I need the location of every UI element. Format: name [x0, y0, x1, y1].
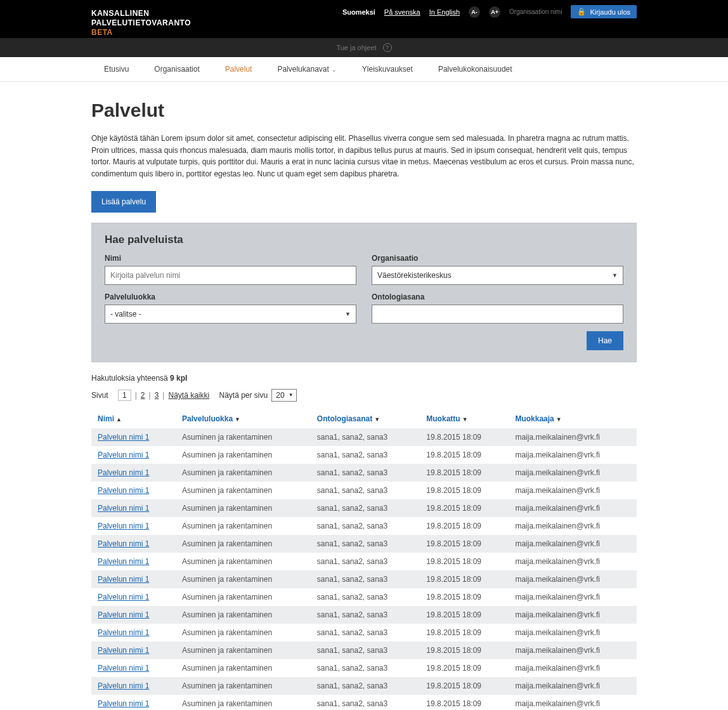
logout-label: Kirjaudu ulos — [590, 8, 630, 16]
cell-modified: 19.8.2015 18:09 — [420, 535, 509, 553]
cell-ontology: sana1, sana2, sana3 — [311, 588, 420, 606]
service-link[interactable]: Palvelun nimi 1 — [98, 610, 149, 619]
search-org-select[interactable]: Väestörekisterikeskus ▼ — [372, 266, 623, 285]
search-name-label: Nimi — [105, 254, 356, 263]
col-muokkaaja[interactable]: Muokkaaja▼ — [509, 409, 637, 428]
search-button[interactable]: Hae — [587, 331, 623, 350]
service-link[interactable]: Palvelun nimi 1 — [98, 504, 149, 513]
service-link[interactable]: Palvelun nimi 1 — [98, 450, 149, 459]
table-row: Palvelun nimi 1Asuminen ja rakentaminens… — [91, 517, 637, 535]
cell-class: Asuminen ja rakentaminen — [176, 428, 311, 446]
nav-organisaatiot[interactable]: Organisaatiot — [141, 57, 212, 81]
cell-editor: maija.meikalainen@vrk.fi — [509, 695, 637, 710]
cell-class: Asuminen ja rakentaminen — [176, 641, 311, 659]
lang-sv[interactable]: På svenska — [384, 8, 420, 16]
service-link[interactable]: Palvelun nimi 1 — [98, 575, 149, 584]
cell-ontology: sana1, sana2, sana3 — [311, 446, 420, 464]
service-link[interactable]: Palvelun nimi 1 — [98, 486, 149, 495]
cell-ontology: sana1, sana2, sana3 — [311, 606, 420, 624]
search-name-input[interactable] — [105, 266, 356, 285]
cell-editor: maija.meikalainen@vrk.fi — [509, 659, 637, 677]
cell-class: Asuminen ja rakentaminen — [176, 446, 311, 464]
lang-fi[interactable]: Suomeksi — [342, 8, 375, 16]
col-ontologiasanat[interactable]: Ontologiasanat▼ — [311, 409, 420, 428]
lang-en[interactable]: In English — [429, 8, 460, 16]
font-increase-button[interactable]: A+ — [489, 6, 500, 18]
table-row: Palvelun nimi 1Asuminen ja rakentaminens… — [91, 695, 637, 710]
col-nimi[interactable]: Nimi▲ — [91, 409, 176, 428]
service-link[interactable]: Palvelun nimi 1 — [98, 664, 149, 673]
service-link[interactable]: Palvelun nimi 1 — [98, 628, 149, 637]
chevron-down-icon: ▼ — [345, 311, 351, 317]
cell-editor: maija.meikalainen@vrk.fi — [509, 641, 637, 659]
results-table: Nimi▲ Palveluluokka▼ Ontologiasanat▼ Muo… — [91, 409, 637, 710]
page-title: Palvelut — [91, 100, 637, 121]
cell-modified: 19.8.2015 18:09 — [420, 659, 509, 677]
cell-class: Asuminen ja rakentaminen — [176, 464, 311, 482]
cell-class: Asuminen ja rakentaminen — [176, 553, 311, 570]
search-panel-title: Hae palveluista — [105, 233, 623, 246]
help-icon[interactable]: ? — [383, 43, 392, 52]
col-muokattu[interactable]: Muokattu▼ — [420, 409, 509, 428]
search-org-label: Organisaatio — [372, 254, 623, 263]
cell-ontology: sana1, sana2, sana3 — [311, 695, 420, 710]
service-link[interactable]: Palvelun nimi 1 — [98, 468, 149, 477]
service-link[interactable]: Palvelun nimi 1 — [98, 593, 149, 602]
nav-palvelukokonaisuudet[interactable]: Palvelukokonaisuudet — [426, 57, 525, 81]
cell-ontology: sana1, sana2, sana3 — [311, 428, 420, 446]
nav-palvelukanavat[interactable]: Palvelukanavat⌄ — [264, 57, 349, 81]
cell-ontology: sana1, sana2, sana3 — [311, 677, 420, 695]
col-palveluluokka[interactable]: Palveluluokka▼ — [176, 409, 311, 428]
service-link[interactable]: Palvelun nimi 1 — [98, 433, 149, 442]
service-link[interactable]: Palvelun nimi 1 — [98, 557, 149, 566]
cell-modified: 19.8.2015 18:09 — [420, 641, 509, 659]
logo-beta: BETA — [91, 28, 113, 37]
cell-editor: maija.meikalainen@vrk.fi — [509, 499, 637, 517]
cell-class: Asuminen ja rakentaminen — [176, 517, 311, 535]
organization-name: Organisaation nimi — [509, 8, 562, 15]
lock-icon: 🔒 — [577, 8, 586, 16]
table-row: Palvelun nimi 1Asuminen ja rakentaminens… — [91, 624, 637, 641]
cell-ontology: sana1, sana2, sana3 — [311, 553, 420, 570]
service-link[interactable]: Palvelun nimi 1 — [98, 681, 149, 690]
pager-page-2[interactable]: 2 — [141, 391, 145, 400]
search-org-value: Väestörekisterikeskus — [377, 271, 452, 280]
pager-page-1[interactable]: 1 — [118, 390, 131, 401]
service-link[interactable]: Palvelun nimi 1 — [98, 646, 149, 655]
per-page-select[interactable]: 20▼ — [271, 389, 296, 402]
nav-etusivu[interactable]: Etusivu — [91, 57, 141, 81]
cell-ontology: sana1, sana2, sana3 — [311, 659, 420, 677]
table-row: Palvelun nimi 1Asuminen ja rakentaminens… — [91, 659, 637, 677]
nav-yleiskuvaukset[interactable]: Yleiskuvaukset — [349, 57, 426, 81]
cell-editor: maija.meikalainen@vrk.fi — [509, 535, 637, 553]
search-class-select[interactable]: - valitse - ▼ — [105, 305, 356, 324]
per-page-label: Näytä per sivu — [219, 391, 268, 400]
cell-modified: 19.8.2015 18:09 — [420, 553, 509, 570]
cell-ontology: sana1, sana2, sana3 — [311, 482, 420, 499]
search-ontology-input[interactable] — [372, 305, 623, 324]
cell-class: Asuminen ja rakentaminen — [176, 624, 311, 641]
pager-show-all[interactable]: Näytä kaikki — [168, 391, 209, 400]
cell-modified: 19.8.2015 18:09 — [420, 695, 509, 710]
nav-palvelut[interactable]: Palvelut — [212, 57, 265, 81]
service-link[interactable]: Palvelun nimi 1 — [98, 699, 149, 708]
pager-page-3[interactable]: 3 — [155, 391, 159, 400]
font-decrease-button[interactable]: A- — [469, 6, 480, 18]
sort-desc-icon: ▼ — [374, 416, 380, 423]
service-link[interactable]: Palvelun nimi 1 — [98, 539, 149, 548]
help-bar-label[interactable]: Tue ja ohjeet — [336, 44, 376, 51]
cell-modified: 19.8.2015 18:09 — [420, 624, 509, 641]
table-row: Palvelun nimi 1Asuminen ja rakentaminens… — [91, 570, 637, 588]
page-intro: Ohje käytöstä tähän Lorem ipsum dolor si… — [91, 133, 637, 180]
cell-ontology: sana1, sana2, sana3 — [311, 624, 420, 641]
cell-ontology: sana1, sana2, sana3 — [311, 535, 420, 553]
add-service-button[interactable]: Lisää palvelu — [91, 191, 156, 213]
cell-modified: 19.8.2015 18:09 — [420, 570, 509, 588]
table-row: Palvelun nimi 1Asuminen ja rakentaminens… — [91, 482, 637, 499]
cell-modified: 19.8.2015 18:09 — [420, 499, 509, 517]
cell-class: Asuminen ja rakentaminen — [176, 482, 311, 499]
table-row: Palvelun nimi 1Asuminen ja rakentaminens… — [91, 464, 637, 482]
logout-button[interactable]: 🔒 Kirjaudu ulos — [571, 5, 637, 18]
table-row: Palvelun nimi 1Asuminen ja rakentaminens… — [91, 446, 637, 464]
service-link[interactable]: Palvelun nimi 1 — [98, 522, 149, 530]
